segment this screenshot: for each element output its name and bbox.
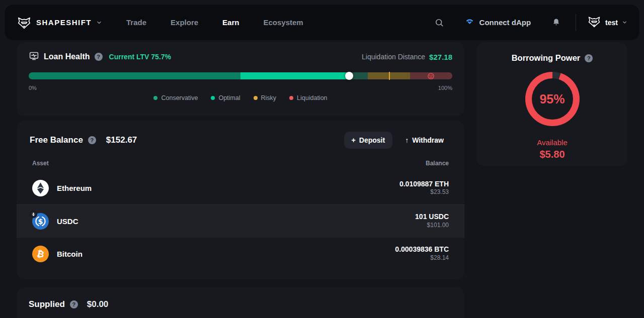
asset-row-ethereum[interactable]: Ethereum 0.0109887 ETH $23.53 xyxy=(17,172,464,204)
wallet-chevron-down-icon xyxy=(622,18,627,27)
health-monitor-icon xyxy=(29,51,39,63)
asset-name: Ethereum xyxy=(57,184,92,192)
borrowing-power-title: Borrowing Power xyxy=(512,53,581,63)
ltv-liquidation-marker xyxy=(389,72,390,80)
ltv-zone-optimal-filled xyxy=(240,72,349,79)
nav-item-explore[interactable]: Explore xyxy=(171,18,198,27)
legend-dot-conservative xyxy=(153,96,157,100)
asset-name: Bitcoin xyxy=(57,250,83,258)
free-balance-help-icon[interactable]: ? xyxy=(88,136,96,144)
liquidation-distance-label: Liquidation Distance xyxy=(362,53,425,61)
nav-item-ecosystem[interactable]: Ecosystem xyxy=(263,18,303,27)
connect-dapp-label: Connect dApp xyxy=(479,18,531,27)
brand-wordmark: SHAPESHIFT xyxy=(36,18,92,27)
main-menu: Trade Explore Earn Ecosystem xyxy=(126,18,303,27)
nav-item-earn[interactable]: Earn xyxy=(222,18,239,27)
deposit-label: Deposit xyxy=(359,136,385,144)
walletconnect-icon xyxy=(464,18,475,27)
free-balance-total: $152.67 xyxy=(106,135,137,145)
asset-table-header: Asset Balance xyxy=(17,149,464,172)
borrowing-power-percent: 95% xyxy=(525,72,580,126)
legend-label-liquidation: Liquidation xyxy=(297,94,327,101)
legend-dot-optimal xyxy=(211,96,215,100)
supplied-title: Supplied xyxy=(29,299,65,309)
ltv-slider xyxy=(29,72,452,80)
nav-divider xyxy=(576,14,576,31)
brand[interactable]: SHAPESHIFT xyxy=(17,15,102,30)
asset-amount: 0.00039836 BTC xyxy=(395,245,449,254)
connect-dapp-button[interactable]: Connect dApp xyxy=(464,18,531,27)
free-balance-card: Free Balance ? $152.67 + Deposit ↑ Withd… xyxy=(17,121,464,279)
available-block: Available $5.80 xyxy=(477,138,627,160)
asset-amount: 0.0109887 ETH xyxy=(399,180,449,189)
liquidation-distance-value: $27.18 xyxy=(429,53,452,61)
borrowing-power-card: Borrowing Power ? 95% Available $5.80 xyxy=(477,42,627,166)
asset-row-bitcoin[interactable]: ₿ Bitcoin 0.00039836 BTC $28.14 xyxy=(17,237,464,270)
loan-health-title: Loan Health xyxy=(44,52,90,61)
asset-row-usdc[interactable]: $ USDC 101 USDC $101.00 xyxy=(17,204,464,237)
asset-fiat: $101.00 xyxy=(415,222,449,230)
wallet-fox-icon xyxy=(587,15,601,31)
ltv-legend: Conservative Optimal Risky Liquidation xyxy=(29,94,452,101)
scale-max-label: 100% xyxy=(438,85,452,91)
brand-chevron-down-icon xyxy=(96,20,102,26)
column-header-balance: Balance xyxy=(426,160,449,167)
asset-name: USDC xyxy=(57,217,78,226)
free-balance-title: Free Balance xyxy=(30,135,83,145)
borrowing-power-donut-chart: 95% xyxy=(525,72,580,126)
skull-icon xyxy=(427,72,435,80)
asset-amount: 101 USDC xyxy=(415,213,449,222)
legend-item-risky: Risky xyxy=(254,94,277,101)
borrowing-power-header: Borrowing Power ? xyxy=(477,53,627,63)
plus-icon: + xyxy=(352,136,356,144)
scale-min-label: 0% xyxy=(29,85,37,91)
legend-dot-liquidation xyxy=(289,96,293,100)
notifications-bell-icon[interactable] xyxy=(552,18,560,27)
nav-right-group: Connect dApp test xyxy=(434,14,627,31)
withdraw-button[interactable]: ↑ Withdraw xyxy=(397,132,451,149)
available-label: Available xyxy=(477,138,627,147)
arrow-up-icon: ↑ xyxy=(405,136,409,144)
available-value: $5.80 xyxy=(477,149,627,160)
supplied-total: $0.00 xyxy=(87,299,109,309)
legend-label-risky: Risky xyxy=(261,94,277,101)
column-header-asset: Asset xyxy=(32,160,49,167)
legend-item-conservative: Conservative xyxy=(153,94,198,101)
supplied-card: Supplied ? $0.00 xyxy=(17,287,464,318)
borrowing-power-help-icon[interactable]: ? xyxy=(585,54,593,62)
usdc-icon: $ xyxy=(32,213,49,230)
asset-fiat: $28.14 xyxy=(395,254,449,262)
ethereum-network-badge-icon xyxy=(30,210,37,218)
legend-label-optimal: Optimal xyxy=(218,94,240,101)
loan-health-card: Loan Health ? Current LTV 75.7% Liquidat… xyxy=(17,42,464,116)
legend-label-conservative: Conservative xyxy=(161,94,198,101)
asset-fiat: $23.53 xyxy=(399,188,449,196)
supplied-header: Supplied ? $0.00 xyxy=(29,299,452,309)
free-balance-header: Free Balance ? $152.67 + Deposit ↑ Withd… xyxy=(17,121,464,149)
deposit-button[interactable]: + Deposit xyxy=(344,132,393,149)
search-icon[interactable] xyxy=(434,18,444,28)
supplied-help-icon[interactable]: ? xyxy=(70,300,78,308)
svg-text:$: $ xyxy=(38,217,43,225)
top-navigation: SHAPESHIFT Trade Explore Earn Ecosystem xyxy=(5,5,639,40)
withdraw-label: Withdraw xyxy=(412,136,444,144)
earn-page: SHAPESHIFT Trade Explore Earn Ecosystem xyxy=(0,0,644,318)
ethereum-icon xyxy=(32,180,49,196)
loan-health-header: Loan Health ? Current LTV 75.7% Liquidat… xyxy=(29,48,452,65)
ltv-zone-conservative-filled xyxy=(29,72,240,79)
legend-dot-risky xyxy=(254,96,258,100)
shapeshift-fox-icon xyxy=(17,15,32,30)
legend-item-liquidation: Liquidation xyxy=(289,94,327,101)
bitcoin-icon: ₿ xyxy=(32,246,49,262)
asset-table: Ethereum 0.0109887 ETH $23.53 $ xyxy=(17,172,464,270)
wallet-name: test xyxy=(605,19,618,27)
wallet-menu-button[interactable]: test xyxy=(587,15,627,31)
current-ltv-value: Current LTV 75.7% xyxy=(109,53,171,61)
loan-health-help-icon[interactable]: ? xyxy=(95,53,103,61)
legend-item-optimal: Optimal xyxy=(211,94,240,101)
nav-item-trade[interactable]: Trade xyxy=(126,18,146,27)
ltv-scale: 0% 100% xyxy=(29,85,452,91)
